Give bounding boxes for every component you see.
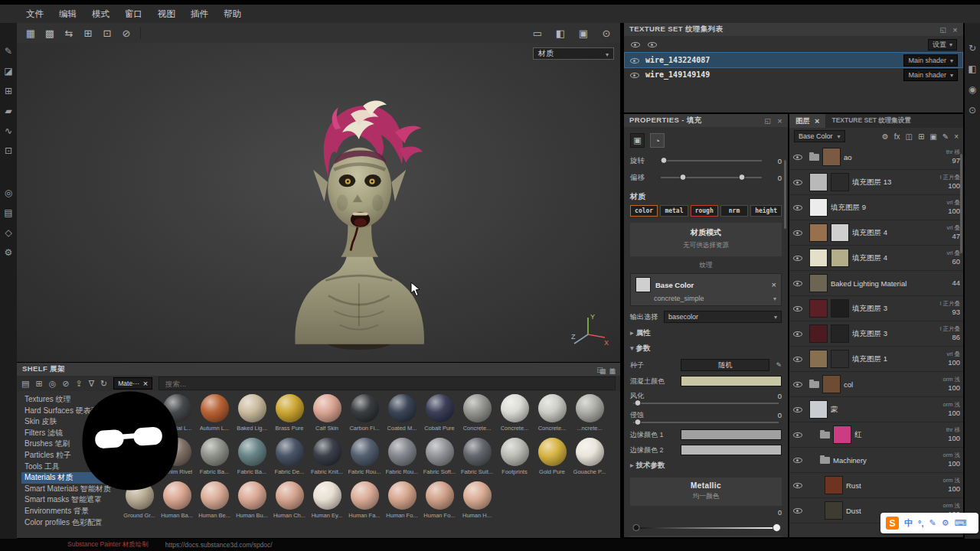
axis-gizmo[interactable]: Y X Z	[570, 311, 609, 351]
layer-thumbnail[interactable]	[825, 501, 843, 520]
shading-mode-dropdown[interactable]: 材质	[533, 47, 614, 60]
layer-row[interactable]: Rust orm 浅 100	[789, 473, 963, 498]
layer-mask-thumbnail[interactable]	[831, 324, 849, 343]
layer-thumbnail[interactable]	[809, 198, 828, 217]
material-item[interactable]: Footprints	[496, 438, 533, 481]
layer-row[interactable]: Machinery orm 浅 100	[789, 448, 963, 473]
menubar-item[interactable]: 窗口	[117, 5, 150, 23]
layer-thumbnail[interactable]	[833, 425, 851, 444]
properties-scrollbar[interactable]	[784, 160, 786, 229]
texture-set-settings-dropdown[interactable]: 设置	[928, 39, 957, 51]
layer-blend-mode[interactable]: l 正片叠	[922, 300, 960, 308]
layer-thumbnail[interactable]	[809, 299, 828, 318]
weathering-slider[interactable]	[633, 403, 779, 404]
edge-color-2-swatch[interactable]	[681, 445, 782, 455]
material-item[interactable]: Brass Pure	[271, 394, 308, 438]
material-item[interactable]: Human Ey...	[309, 481, 345, 525]
layer-blend-mode[interactable]: thr 移	[922, 148, 960, 156]
layer-thumbnail[interactable]	[809, 249, 828, 267]
layer-row[interactable]: 红 thr 移 100	[789, 422, 963, 448]
paint-tool-icon[interactable]: ✎	[2, 44, 15, 57]
layer-row[interactable]: 填充图层 9 vrl 叠 100	[789, 195, 963, 220]
viewport-3d[interactable]: 材质	[17, 43, 620, 362]
material-sphere[interactable]	[426, 394, 454, 422]
layer-opacity[interactable]: 47	[922, 232, 960, 241]
ime-keyboard-icon[interactable]: ⌨	[955, 518, 967, 528]
material-sphere[interactable]	[501, 438, 529, 466]
float-panel-icon[interactable]	[764, 116, 771, 126]
ime-settings-icon[interactable]: ⚙	[942, 518, 949, 528]
layer-thumbnail[interactable]	[809, 274, 828, 292]
layer-blend-mode[interactable]: orm 浅	[922, 452, 960, 459]
layer-blend-mode[interactable]: orm 浅	[922, 477, 960, 484]
layer-opacity[interactable]: 100	[922, 358, 960, 367]
layer-row[interactable]: 填充图层 3 l 正片叠 93	[789, 296, 963, 321]
layer-row[interactable]: Baked Lighting Material 44	[789, 271, 963, 296]
menubar-item[interactable]: 帮助	[216, 5, 249, 23]
shader-selector-button[interactable]: Main shader	[903, 69, 958, 81]
layer-opacity[interactable]: 100	[922, 484, 960, 494]
model-3d[interactable]	[247, 66, 469, 357]
tab-layers[interactable]: 图层	[789, 114, 825, 128]
add-folder-icon[interactable]: ⊞	[918, 132, 924, 141]
layers-scrollbar[interactable]	[960, 154, 962, 253]
material-item[interactable]: Human Be...	[196, 481, 233, 525]
eye-icon[interactable]	[629, 55, 640, 66]
material-picker-icon[interactable]: ◎	[2, 186, 15, 199]
layer-thumbnail[interactable]	[809, 350, 828, 368]
close-panel-icon[interactable]	[952, 25, 958, 34]
taskbar-link[interactable]: Substance Painter 材质绘制	[67, 540, 149, 549]
material-sphere[interactable]	[538, 394, 567, 422]
layer-thumbnail[interactable]	[809, 223, 828, 242]
material-item[interactable]: Calf Skin	[309, 394, 345, 438]
hide-assets-icon[interactable]: ⊘	[62, 379, 69, 389]
material-sphere[interactable]	[276, 438, 304, 466]
toggle-visibility-icon[interactable]	[630, 39, 641, 50]
screenshot-icon[interactable]: ⊙	[599, 25, 614, 41]
material-sphere[interactable]	[576, 438, 604, 466]
material-sphere[interactable]	[463, 481, 492, 510]
material-sphere[interactable]	[576, 394, 604, 422]
material-sphere[interactable]	[238, 394, 266, 422]
layer-mask-thumbnail[interactable]	[831, 249, 849, 267]
layer-blend-mode[interactable]: orm 浅	[922, 502, 960, 510]
projection-tool-icon[interactable]: ⊞	[2, 84, 15, 97]
layer-visibility-icon[interactable]	[792, 202, 803, 213]
layer-visibility-icon[interactable]	[792, 379, 803, 390]
layer-row[interactable]: 填充图层 4 vrl 叠 60	[789, 246, 963, 271]
layer-thumbnail[interactable]	[809, 173, 828, 191]
project-assets-icon[interactable]: ⊞	[35, 379, 42, 389]
channel-button[interactable]: nrm	[720, 205, 748, 217]
layer-visibility-icon[interactable]	[792, 328, 803, 339]
channel-button[interactable]: color	[630, 205, 658, 217]
layer-mask-thumbnail[interactable]	[831, 299, 849, 318]
display-settings-icon[interactable]: ◇	[2, 226, 15, 239]
material-item[interactable]: Fabric Soft...	[421, 438, 458, 481]
history-icon[interactable]: ↻	[969, 43, 976, 54]
menubar-item[interactable]: 文件	[18, 5, 51, 23]
base-color-slot[interactable]: Base Color concrete_simple	[630, 273, 782, 306]
menubar-item[interactable]: 插件	[183, 5, 216, 23]
ime-pen-icon[interactable]: ✎	[929, 518, 936, 528]
layer-row[interactable]: col orm 浅 100	[789, 372, 963, 397]
layer-opacity[interactable]: 100	[922, 383, 960, 393]
layer-opacity[interactable]: 100	[922, 459, 960, 468]
material-sphere[interactable]	[238, 481, 266, 510]
layer-thumbnail[interactable]	[822, 375, 841, 393]
layer-row[interactable]: 填充图层 3 l 正片叠 86	[789, 321, 963, 347]
shader-ball-icon[interactable]: ◧	[553, 25, 568, 41]
layer-visibility-icon[interactable]	[792, 227, 803, 238]
layer-opacity[interactable]: 44	[922, 279, 960, 288]
clear-slot-icon[interactable]	[772, 280, 776, 289]
sogou-logo[interactable]: S	[886, 517, 899, 530]
metallic-knob[interactable]	[773, 523, 781, 532]
material-sphere[interactable]	[313, 394, 341, 422]
layer-blend-mode[interactable]: vrl 叠	[922, 199, 960, 207]
material-item[interactable]: Coated M...	[384, 394, 420, 438]
material-sphere[interactable]	[313, 481, 341, 510]
ime-mode-chinese[interactable]: 中	[904, 517, 913, 529]
layer-opacity[interactable]: 100	[922, 207, 960, 216]
material-sphere[interactable]	[201, 394, 229, 422]
layer-opacity[interactable]: 60	[922, 257, 960, 266]
material-item[interactable]: Human Fo...	[421, 481, 458, 525]
